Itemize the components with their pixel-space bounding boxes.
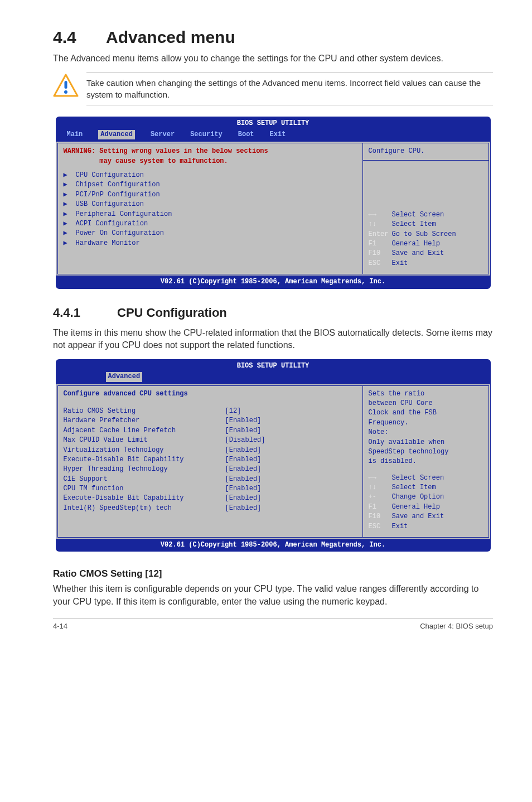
bios-tab-boot[interactable]: Boot: [238, 130, 254, 139]
submenu-peripheral-config[interactable]: ▶Peripheral Configuration: [64, 210, 357, 219]
submenu-acpi-config[interactable]: ▶ACPI Configuration: [64, 219, 357, 229]
arrow-icon: ▶: [64, 171, 76, 180]
submenu-chipset-config[interactable]: ▶Chipset Configuration: [64, 180, 357, 190]
arrow-icon: ▶: [64, 210, 76, 219]
setting-speedstep[interactable]: Intel(R) SpeedStep(tm) tech[Enabled]: [64, 504, 357, 513]
bios-tab-security[interactable]: Security: [190, 130, 223, 139]
nav-row: ←→Select Screen: [369, 210, 483, 220]
nav-row: ESCExit: [369, 259, 483, 268]
submenu-power-on-config[interactable]: ▶Power On Configuration: [64, 229, 357, 238]
bios-footer: V02.61 (C)Copyright 1985-2006, American …: [56, 539, 491, 552]
page-footer: 4-14 Chapter 4: BIOS setup: [53, 618, 493, 630]
arrow-icon: ▶: [64, 219, 76, 229]
bios-screen-cpu-config: BIOS SETUP UTILITY Advanced Configure ad…: [56, 359, 491, 552]
bios-title: BIOS SETUP UTILITY: [56, 119, 491, 129]
bios-footer: V02.61 (C)Copyright 1985-2006, American …: [56, 276, 491, 288]
bios-left-pane: Configure advanced CPU settings Ratio CM…: [57, 385, 363, 538]
svg-rect-0: [65, 81, 67, 89]
nav-row: EnterGo to Sub Screen: [369, 230, 483, 239]
subsection-number: 4.4.1: [53, 306, 117, 320]
chapter-label: Chapter 4: BIOS setup: [420, 622, 493, 630]
bios-title: BIOS SETUP UTILITY: [56, 361, 491, 372]
ratio-heading: Ratio CMOS Setting [12]: [53, 568, 493, 579]
nav-row: ESCExit: [369, 522, 483, 532]
bios-help-pane: Configure CPU. ←→Select Screen ↑↓Select …: [363, 143, 489, 274]
setting-max-cpuid[interactable]: Max CPUID Value Limit[Disabled]: [64, 436, 357, 445]
bios-tab-advanced[interactable]: Advanced: [106, 372, 143, 381]
nav-row: F10Save and Exit: [369, 512, 483, 521]
bios-help-pane: Sets the ratio between CPU Core Clock an…: [363, 385, 489, 538]
setting-virtualization[interactable]: Virtualization Technology[Enabled]: [64, 446, 357, 455]
bios-nav-hints: ←→Select Screen ↑↓Select Item EnterGo to…: [363, 207, 489, 274]
subsection-name: CPU Configuration: [117, 306, 227, 320]
bios-tab-advanced[interactable]: Advanced: [98, 130, 135, 139]
bios-help-text: Sets the ratio between CPU Core Clock an…: [363, 385, 489, 470]
bios-screen-advanced: BIOS SETUP UTILITY Main Advanced Server …: [56, 117, 491, 288]
submenu-hardware-monitor[interactable]: ▶Hardware Monitor: [64, 239, 357, 248]
nav-row: ←→Select Screen: [369, 474, 483, 483]
bios-nav-hints: ←→Select Screen ↑↓Select Item +-Change O…: [363, 470, 489, 538]
svg-point-1: [64, 90, 67, 94]
submenu-usb-config[interactable]: ▶USB Configuration: [64, 200, 357, 209]
arrow-icon: ▶: [64, 180, 76, 190]
bios-tabs: Main Advanced Server Security Boot Exit: [56, 130, 491, 142]
help-line: SpeedStep technology: [369, 447, 483, 457]
section-number: 4.4: [53, 28, 106, 47]
arrow-icon: ▶: [64, 200, 76, 209]
section-title: 4.4Advanced menu: [53, 28, 493, 47]
caution-text: Take caution when changing the settings …: [86, 73, 493, 105]
arrow-icon: ▶: [64, 239, 76, 248]
section-intro: The Advanced menu items allow you to cha…: [53, 52, 493, 65]
arrow-icon: ▶: [64, 229, 76, 238]
bios-left-pane: WARNING: Setting wrong values in the bel…: [57, 143, 363, 274]
nav-row: F1General Help: [369, 503, 483, 512]
subsection-intro: The items in this menu show the CPU-rela…: [53, 327, 493, 351]
bios-header: BIOS SETUP UTILITY Advanced: [56, 359, 491, 384]
caution-note: Take caution when changing the settings …: [53, 73, 493, 105]
help-line: Only available when: [369, 438, 483, 447]
bios-warning-1: WARNING: Setting wrong values in the bel…: [64, 147, 357, 156]
help-line: Frequency.: [369, 418, 483, 428]
help-line: Clock and the FSB: [369, 408, 483, 418]
nav-row: F10Save and Exit: [369, 249, 483, 258]
setting-hardware-prefetcher[interactable]: Hardware Prefetcher[Enabled]: [64, 416, 357, 426]
section-name: Advanced menu: [106, 28, 235, 46]
page-number: 4-14: [53, 622, 67, 630]
help-line: Note:: [369, 428, 483, 437]
bios-tab-main[interactable]: Main: [67, 130, 83, 139]
setting-execute-disable-1[interactable]: Execute-Disable Bit Capability[Enabled]: [64, 455, 357, 465]
submenu-pci-pnp-config[interactable]: ▶PCI/PnP Configuration: [64, 190, 357, 200]
setting-ratio-cmos[interactable]: Ratio CMOS Setting[12]: [64, 407, 357, 416]
setting-c1e-support[interactable]: C1E Support[Enabled]: [64, 475, 357, 484]
nav-row: ↑↓Select Item: [369, 220, 483, 229]
arrow-icon: ▶: [64, 190, 76, 200]
warning-icon: [53, 73, 86, 98]
nav-row: F1General Help: [369, 239, 483, 249]
bios-header: BIOS SETUP UTILITY Main Advanced Server …: [56, 117, 491, 142]
help-line: Sets the ratio: [369, 389, 483, 399]
setting-execute-disable-2[interactable]: Execute-Disable Bit Capability[Enabled]: [64, 494, 357, 503]
help-line: between CPU Core: [369, 399, 483, 408]
ratio-text: Whether this item is configurable depend…: [53, 583, 493, 607]
bios-tabs: Advanced: [56, 372, 491, 384]
subsection-title: 4.4.1CPU Configuration: [53, 306, 493, 320]
bios-tab-exit[interactable]: Exit: [270, 130, 286, 139]
submenu-cpu-config[interactable]: ▶CPU Configuration: [64, 171, 357, 180]
setting-adjacent-cache[interactable]: Adjacent Cache Line Prefetch[Enabled]: [64, 426, 357, 436]
nav-row: ↑↓Select Item: [369, 483, 483, 492]
bios-warning-2: may cause system to malfunction.: [64, 157, 357, 166]
nav-row: +-Change Option: [369, 492, 483, 502]
bios-tab-server[interactable]: Server: [151, 130, 175, 139]
cpu-settings-heading: Configure advanced CPU settings: [64, 389, 357, 399]
help-line: is disabled.: [369, 457, 483, 466]
setting-cpu-tm[interactable]: CPU TM function[Enabled]: [64, 484, 357, 494]
setting-hyper-threading[interactable]: Hyper Threading Technology[Enabled]: [64, 465, 357, 474]
bios-help-text: Configure CPU.: [363, 143, 489, 160]
